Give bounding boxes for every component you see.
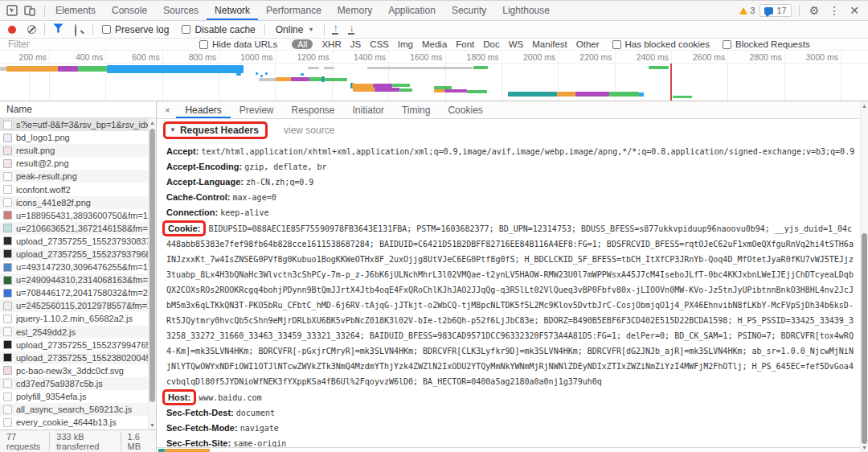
request-row[interactable]: u=708446172,2041758032&fm=218&a	[0, 286, 156, 299]
request-row[interactable]: iconfont.woff2	[0, 183, 156, 195]
timeline-tick: 2600 ms	[693, 52, 728, 62]
request-row[interactable]: upload_27357255_1552379379681.jpg	[0, 248, 156, 261]
request-row[interactable]: result.png	[0, 144, 156, 157]
tab-security[interactable]: Security	[444, 1, 494, 20]
view-source-link[interactable]: view source	[284, 125, 334, 136]
blocked-requests-checkbox[interactable]: Blocked Requests	[723, 39, 810, 49]
tab-lighthouse[interactable]: Lighthouse	[494, 1, 558, 20]
tab-elements[interactable]: Elements	[47, 1, 104, 20]
clear-icon[interactable]	[27, 25, 36, 34]
inspect-element-icon[interactable]	[5, 3, 19, 18]
request-name: upload_27357255_1552379308376.jpg	[16, 236, 156, 246]
scroll-up-icon[interactable]: ▲	[149, 120, 156, 125]
waterfall-bar	[308, 67, 319, 69]
record-button[interactable]	[8, 26, 16, 34]
search-icon[interactable]	[75, 25, 84, 35]
filter-type-all[interactable]: All	[292, 39, 313, 49]
export-har-icon[interactable]: ↓	[348, 24, 354, 35]
scrollbar-thumb[interactable]	[149, 129, 155, 402]
waterfall-bar	[467, 90, 487, 93]
has-blocked-cookies-checkbox[interactable]: Has blocked cookies	[612, 39, 710, 49]
filter-type-ws[interactable]: WS	[509, 39, 524, 49]
details-tab-response[interactable]: Response	[282, 101, 343, 118]
requests-scrollbar[interactable]: ▲ ▼	[148, 118, 156, 429]
request-row[interactable]: pc-bao-new3x_3ddc0cf.svg	[0, 364, 156, 377]
request-row[interactable]: cd37ed75a9387c5b.js	[0, 377, 156, 390]
request-row[interactable]: all_async_search_569213c.js	[0, 403, 156, 416]
details-tab-timing[interactable]: Timing	[393, 101, 440, 118]
details-tab-initiator[interactable]: Initiator	[344, 101, 393, 118]
request-row[interactable]: jquery-1.10.2.min_65682a2.js	[0, 312, 156, 325]
request-row[interactable]: bd_logo1.png	[0, 131, 156, 144]
timeline-tick: 2200 ms	[579, 52, 615, 62]
warnings-badge[interactable]: 3	[739, 6, 755, 15]
tab-sources[interactable]: Sources	[155, 1, 207, 20]
request-row[interactable]: u=2490944310,2314068163&fm=218&	[0, 273, 156, 286]
scroll-up-icon[interactable]: ▲	[861, 103, 868, 109]
filter-input[interactable]	[0, 39, 193, 50]
waterfall-bar	[353, 88, 375, 92]
scroll-down-icon[interactable]: ▼	[861, 445, 868, 450]
name-column-header[interactable]: Name	[0, 101, 156, 118]
request-name: u=188955431,3893600750&fm=195&a	[16, 211, 156, 220]
filter-type-media[interactable]: Media	[422, 39, 447, 49]
filter-type-font[interactable]: Font	[456, 39, 474, 49]
request-headers-toggle[interactable]: ▼ Request Headers	[163, 121, 268, 139]
request-row[interactable]: upload_27357255_1552380200456.png	[0, 351, 156, 364]
tab-performance[interactable]: Performance	[258, 1, 330, 20]
device-toolbar-icon[interactable]	[23, 3, 37, 18]
filter-type-css[interactable]: CSS	[370, 39, 389, 49]
request-row[interactable]: esl_2549dd2.js	[0, 326, 156, 339]
waterfall-bar	[165, 449, 210, 452]
request-name: result@2.png	[16, 158, 69, 168]
tabbar-right: 3 17 ⚙ ⋮ ✕	[739, 1, 868, 20]
throttling-select[interactable]: Online ▼	[276, 24, 314, 35]
disable-cache-checkbox[interactable]: Disable cache	[182, 24, 255, 35]
request-row[interactable]: result@2.png	[0, 157, 156, 170]
more-options-icon[interactable]: ⋮	[826, 4, 842, 17]
preserve-log-checkbox[interactable]: Preserve log	[102, 24, 169, 35]
filter-type-doc[interactable]: Doc	[483, 39, 499, 49]
details-tab-cookies[interactable]: Cookies	[439, 101, 491, 118]
filter-type-xhr[interactable]: XHR	[321, 39, 341, 49]
filter-type-img[interactable]: Img	[398, 39, 413, 49]
request-row[interactable]: u=2106636521,3672146158&fm=202&a	[0, 222, 156, 235]
header-name: Cache-Control:	[166, 192, 230, 202]
messages-badge[interactable]: 17	[760, 4, 791, 17]
request-row[interactable]: u=493147230,3096476255&fm=195&a	[0, 261, 156, 273]
request-name: u=2490944310,2314068163&fm=218&	[16, 275, 156, 285]
network-overview[interactable]	[0, 64, 868, 101]
request-row[interactable]: peak-result.png	[0, 170, 156, 183]
filter-funnel-icon[interactable]	[53, 23, 63, 35]
tab-application[interactable]: Application	[380, 1, 444, 20]
request-row[interactable]: polyfill_9354efa.js	[0, 390, 156, 403]
blocked-requests-label: Blocked Requests	[735, 39, 810, 49]
filter-type-manifest[interactable]: Manifest	[532, 39, 567, 49]
request-row[interactable]: upload_27357255_1552379947652.jpg	[0, 339, 156, 351]
import-har-icon[interactable]: ↑	[332, 24, 338, 35]
details-tab-headers[interactable]: Headers	[176, 101, 230, 118]
request-name: u=2452560115,2012978557&fm=218&	[16, 301, 156, 310]
settings-gear-icon[interactable]: ⚙	[807, 4, 822, 17]
request-name: bd_logo1.png	[16, 133, 70, 142]
request-row[interactable]: u=188955431,3893600750&fm=195&a	[0, 209, 156, 222]
request-row[interactable]: upload_27357255_1552379308376.jpg	[0, 235, 156, 248]
details-scrollbar[interactable]: ▲ ▼	[860, 101, 868, 452]
details-tab-preview[interactable]: Preview	[231, 101, 283, 118]
request-row[interactable]: icons_441e82f.png	[0, 196, 156, 209]
tab-console[interactable]: Console	[104, 1, 155, 20]
scrollbar-thumb[interactable]	[862, 233, 867, 444]
document-file-icon	[3, 172, 12, 181]
close-details-icon[interactable]: ×	[157, 101, 176, 118]
filter-type-js[interactable]: JS	[350, 39, 361, 49]
request-row[interactable]: every_cookie_4644b13.js	[0, 416, 156, 429]
request-row[interactable]: s?ie=utf-8&f=3&rsv_bp=1&rsv_idx=1&	[0, 118, 156, 131]
header-name: Sec-Fetch-Mode:	[166, 423, 238, 433]
close-devtools-icon[interactable]: ✕	[847, 4, 862, 17]
scroll-down-icon[interactable]: ▼	[149, 422, 156, 428]
request-row[interactable]: u=2452560115,2012978557&fm=218&	[0, 299, 156, 312]
hide-data-urls-checkbox[interactable]: Hide data URLs	[199, 39, 277, 49]
tab-memory[interactable]: Memory	[330, 1, 380, 20]
tab-network[interactable]: Network	[207, 1, 258, 20]
filter-type-other[interactable]: Other	[576, 39, 600, 49]
